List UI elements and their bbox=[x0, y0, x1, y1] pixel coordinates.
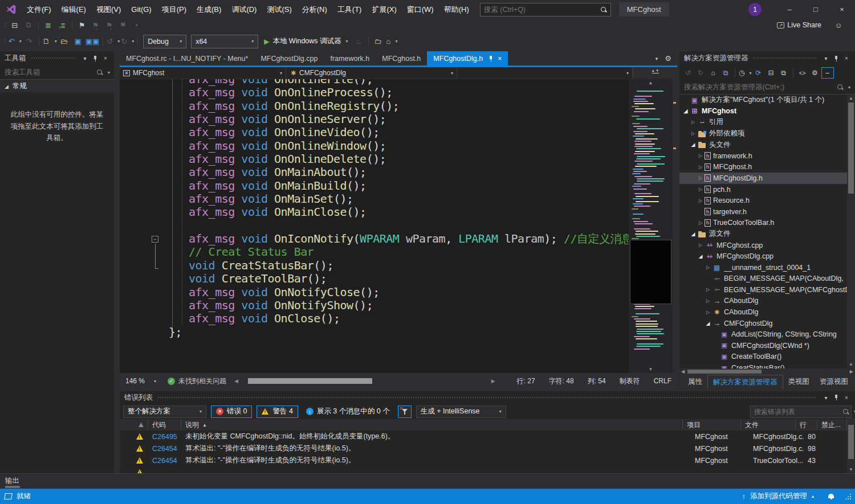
document-tab[interactable]: MFCghost.rc - I...NU_NOTIFY - Menu* bbox=[120, 51, 254, 65]
solution-explorer-search-input[interactable] bbox=[684, 83, 837, 91]
column-indicator[interactable]: 列: 54 bbox=[588, 376, 606, 386]
chevron-down-icon[interactable]: ▾ bbox=[108, 70, 110, 75]
tool-window-tab[interactable]: 属性 bbox=[683, 375, 707, 389]
collapse-region-button[interactable]: − bbox=[152, 236, 158, 243]
menu-item[interactable]: Git(G) bbox=[126, 0, 156, 19]
copy-layout-icon[interactable]: ⧉ bbox=[22, 19, 35, 31]
account-avatar[interactable]: 1 bbox=[748, 3, 762, 16]
search-icon[interactable] bbox=[600, 6, 607, 13]
menu-item[interactable]: 扩展(X) bbox=[367, 0, 401, 19]
solution-explorer-search-box[interactable]: ▾ bbox=[679, 80, 855, 95]
type-dropdown[interactable]: CMFCghostDlg ▾ bbox=[286, 67, 457, 79]
zoom-level-combo[interactable]: 146 % ▾ bbox=[123, 377, 158, 385]
expand-icon[interactable]: ▷ bbox=[704, 298, 712, 304]
tool-window-tab[interactable]: 解决方案资源管理器 bbox=[707, 375, 783, 389]
panel-layout-icon[interactable]: ⊟ bbox=[9, 19, 21, 31]
tree-item[interactable]: ▷引用 bbox=[679, 117, 855, 128]
close-icon[interactable]: × bbox=[841, 395, 852, 401]
tree-item[interactable]: ◢源文件 bbox=[679, 228, 855, 240]
annotation-margin[interactable] bbox=[673, 79, 677, 373]
search-icon[interactable] bbox=[96, 69, 103, 76]
menu-item[interactable]: 窗口(W) bbox=[402, 0, 439, 19]
scroll-down-icon[interactable]: ▼ bbox=[847, 362, 855, 367]
code-editor[interactable]: − afx_msg void OnOnlineFile();afx_msg vo… bbox=[120, 79, 677, 373]
tree-item[interactable]: ▷外部依赖项 bbox=[679, 128, 855, 140]
sync-with-active-document-icon[interactable]: <> bbox=[797, 67, 808, 79]
minimize-button[interactable]: – bbox=[776, 0, 803, 19]
navigate-back-icon[interactable]: ↶▾ bbox=[9, 36, 22, 47]
horizontal-scrollbar[interactable]: ◀ ▶ bbox=[679, 368, 855, 375]
next-bookmark-icon[interactable]: ⚑̗ bbox=[103, 19, 116, 31]
gear-icon[interactable]: ⚙ bbox=[663, 53, 673, 64]
code-column-header[interactable]: 代码 bbox=[148, 419, 181, 431]
scroll-right-icon[interactable]: ▶ bbox=[491, 378, 495, 384]
preview-selected-icon[interactable]: ⧉ bbox=[778, 67, 789, 79]
minimap-scrollbar[interactable]: ▲ ▼ bbox=[629, 79, 673, 373]
panel-drag-area[interactable] bbox=[31, 57, 76, 60]
line-indicator[interactable]: 行: 27 bbox=[517, 376, 535, 386]
menu-item[interactable]: 视图(V) bbox=[91, 0, 126, 19]
scope-filter-combo[interactable]: 整个解决方案 ▾ bbox=[123, 405, 206, 418]
tree-item[interactable]: ▷MFCghostDlg.h bbox=[679, 173, 855, 184]
error-row[interactable]: C26454算术溢出: "-"操作在编译时生成负的无符号结果(io.5)。MFC… bbox=[120, 454, 855, 466]
close-icon[interactable]: × bbox=[498, 55, 502, 63]
chevron-down-icon[interactable]: ▾ bbox=[821, 395, 831, 401]
prev-bookmark-icon[interactable]: ⚑̖ bbox=[89, 19, 102, 31]
panel-drag-area[interactable] bbox=[753, 57, 817, 60]
chevron-down-icon[interactable]: ▾ bbox=[821, 55, 831, 62]
chevron-down-icon[interactable]: ▾ bbox=[848, 85, 850, 90]
pin-icon[interactable] bbox=[831, 55, 841, 62]
home-icon[interactable]: ⌂ bbox=[707, 67, 719, 79]
close-button[interactable]: × bbox=[829, 0, 855, 19]
feedback-icon[interactable]: ☺ bbox=[832, 19, 845, 31]
document-tab[interactable]: MFCghostDlg.cpp bbox=[254, 51, 324, 65]
notifications-bell-icon[interactable] bbox=[828, 493, 834, 500]
properties-window-icon[interactable]: ⌂▾ bbox=[386, 36, 398, 47]
menu-item[interactable]: 测试(S) bbox=[262, 0, 296, 19]
close-icon[interactable]: × bbox=[841, 55, 852, 62]
panel-drag-area[interactable] bbox=[157, 396, 816, 399]
resize-grip[interactable] bbox=[845, 493, 852, 500]
scrollbar-thumb[interactable] bbox=[848, 425, 854, 459]
suppression-column-header[interactable]: 禁止... bbox=[817, 419, 847, 431]
tree-item[interactable]: ▷framework.h bbox=[679, 150, 855, 162]
description-column-header[interactable]: 说明▲ bbox=[181, 419, 683, 431]
scroll-up-icon[interactable]: ▲ bbox=[847, 96, 855, 101]
tree-item[interactable]: ▷TrueColorToolBar.h bbox=[679, 218, 855, 229]
tab-list-icon[interactable]: ▾ bbox=[652, 53, 662, 64]
menu-item[interactable]: 项目(P) bbox=[157, 0, 192, 19]
document-tab[interactable]: MFCghostDlg.h× bbox=[427, 51, 508, 65]
file-column-header[interactable]: 文件 bbox=[741, 419, 796, 431]
expand-icon[interactable]: ▷ bbox=[697, 198, 705, 203]
tree-item[interactable]: ▷CAboutDlg bbox=[679, 296, 855, 307]
scroll-left-icon[interactable]: ◀ bbox=[681, 369, 685, 374]
menu-item[interactable]: 调试(D) bbox=[226, 0, 262, 19]
expand-icon[interactable]: ▷ bbox=[704, 310, 712, 315]
expand-icon[interactable]: ▷ bbox=[697, 175, 705, 181]
toolbox-section-general[interactable]: ◢ 常规 bbox=[0, 80, 114, 93]
menu-item[interactable]: 生成(B) bbox=[192, 0, 226, 19]
severity-column-header[interactable] bbox=[120, 419, 148, 431]
quick-search-box[interactable] bbox=[480, 3, 611, 17]
tree-item[interactable]: 解决方案"MFCghost"(1 个项目/共 1 个) bbox=[679, 95, 855, 106]
vertical-scrollbar[interactable]: ▲ ▼ bbox=[847, 95, 855, 368]
collapse-all-icon[interactable]: ⊟ bbox=[766, 67, 777, 79]
save-all-icon[interactable]: ▣▣ bbox=[85, 36, 100, 47]
switch-views-icon[interactable]: ⧉ bbox=[720, 67, 731, 79]
tree-item[interactable]: ◢MFCghost bbox=[679, 106, 855, 117]
collapse-icon[interactable]: ◢ bbox=[689, 142, 697, 147]
errors-filter-button[interactable]: ✕ 错误 0 bbox=[211, 405, 252, 418]
toolbox-search-box[interactable]: ▾ bbox=[0, 65, 114, 80]
error-row[interactable]: C26495未初始化变量 CMFCghostDlg::nid。始终初始化成员变量… bbox=[120, 431, 855, 442]
tree-item[interactable]: ◢头文件 bbox=[679, 139, 855, 150]
tree-item[interactable]: CMFCghostDlg(CWnd *) bbox=[679, 340, 855, 351]
pin-icon[interactable] bbox=[488, 55, 494, 62]
tree-item[interactable]: ▷pch.h bbox=[679, 184, 855, 195]
vertical-scrollbar[interactable]: ▼ bbox=[847, 418, 855, 473]
forward-icon[interactable]: ↻ bbox=[695, 67, 706, 79]
pin-icon[interactable] bbox=[831, 394, 841, 401]
menu-item[interactable]: 分析(N) bbox=[297, 0, 332, 19]
pending-changes-filter-icon[interactable]: ◷▾ bbox=[739, 67, 752, 79]
tree-item[interactable]: CreatStatusBar() bbox=[679, 362, 855, 368]
close-icon[interactable]: × bbox=[100, 55, 111, 62]
